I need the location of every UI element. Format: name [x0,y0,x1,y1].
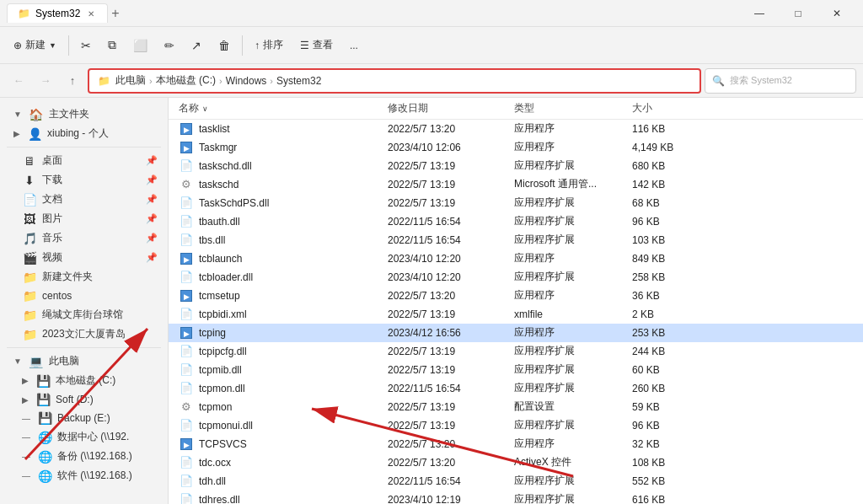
table-row[interactable]: 📄 tbs.dll 2022/11/5 16:54 应用程序扩展 103 KB [169,231,863,249]
sidebar-item-2023[interactable]: 📁 2023文汇大厦青岛 [3,324,164,344]
breadcrumb: 此电脑 › 本地磁盘 (C:) › Windows › System32 [115,73,321,88]
search-placeholder: 搜索 System32 [730,74,792,87]
table-row[interactable]: 📄 tdc.ocx 2022/5/7 13:20 ActiveX 控件 108 … [169,453,863,472]
new-tab-button[interactable]: + [111,6,119,21]
up-button[interactable]: ↑ [61,69,84,93]
table-row[interactable]: 📄 tcpmonui.dll 2022/5/7 13:19 应用程序扩展 96 … [169,416,863,435]
more-icon: ... [350,40,358,51]
file-icon: 📄 [179,475,194,487]
paste-button[interactable]: ⬜ [126,35,154,56]
copy-icon: ⧉ [108,38,116,52]
sidebar-item-desktop[interactable]: 🖥 桌面 📌 [3,151,164,170]
table-row[interactable]: 📄 tdh.dll 2022/11/5 16:54 应用程序扩展 552 KB [169,472,863,491]
sidebar-quick-access[interactable]: ▼ 🏠 主文件夹 [3,105,164,124]
table-row[interactable]: 📄 tcbloader.dll 2023/4/10 12:20 应用程序扩展 2… [169,268,863,287]
network-icon: 🌐 [37,450,52,464]
sidebar-item-music[interactable]: 🎵 音乐 📌 [3,228,164,248]
sidebar-item-pictures[interactable]: 🖼 图片 📌 [3,209,164,228]
col-date-header[interactable]: 修改日期 [388,101,514,115]
file-type: Microsoft 通用管... [514,177,632,191]
view-button[interactable]: ☰ 查看 [293,34,340,56]
crumb-system32[interactable]: System32 [276,75,321,87]
new-button[interactable]: ⊕ 新建 ▼ [7,34,63,56]
file-area: 名称 ∨ 修改日期 类型 大小 ▶ tasklist 2022/5/7 13:2… [169,98,863,504]
cut-icon: ✂ [81,39,91,52]
more-button[interactable]: ... [343,35,365,56]
col-size-header[interactable]: 大小 [632,101,708,115]
copy-button[interactable]: ⧉ [101,34,123,56]
file-date: 2023/4/10 12:19 [388,494,514,505]
file-icon: ▶ [179,437,194,450]
table-row[interactable]: 📄 TaskSchdPS.dll 2022/5/7 13:19 应用程序扩展 6… [169,194,863,212]
sidebar-item-shengheng[interactable]: 📁 绳城文库街台球馆 [3,305,164,324]
file-date: 2022/5/7 13:19 [388,346,514,357]
file-icon: ▶ [179,289,194,302]
table-row[interactable]: 📄 taskschd.dll 2022/5/7 13:19 应用程序扩展 680… [169,157,863,175]
table-row[interactable]: ▶ tasklist 2022/5/7 13:20 应用程序 116 KB [169,120,863,138]
sidebar-network-2[interactable]: — 🌐 备份 (\\192.168.) [3,447,164,466]
close-button[interactable]: ✕ [817,0,856,27]
crumb-windows[interactable]: Windows [226,75,267,87]
file-icon: 📄 [179,493,194,504]
sidebar-drive-d[interactable]: ▶ 💾 Soft (D:) [3,390,164,409]
file-size: 108 KB [632,457,708,469]
table-row[interactable]: ⚙ taskschd 2022/5/7 13:19 Microsoft 通用管.… [169,175,863,194]
sidebar-this-pc[interactable]: ▼ 💻 此电脑 [3,351,164,371]
file-size: 142 KB [632,179,708,190]
table-row[interactable]: ▶ TCPSVCS 2022/5/7 13:20 应用程序 32 KB [169,435,863,453]
tab-system32[interactable]: 📁 System32 ✕ [7,3,108,23]
sidebar-item-documents[interactable]: 📄 文档 📌 [3,190,164,209]
table-row[interactable]: 📄 tbauth.dll 2022/11/5 16:54 应用程序扩展 96 K… [169,212,863,231]
back-button[interactable]: ← [7,69,30,93]
new-dropdown-icon: ▼ [49,41,56,50]
address-bar-box[interactable]: 📁 此电脑 › 本地磁盘 (C:) › Windows › System32 [88,68,701,94]
folder-icon: 📁 [22,271,37,284]
file-type: ActiveX 控件 [514,455,632,469]
sort-icon: ↑ [255,40,260,51]
file-date: 2022/11/5 16:54 [388,234,514,246]
table-row[interactable]: 📄 tdhres.dll 2023/4/10 12:19 应用程序扩展 616 … [169,491,863,504]
minimize-button[interactable]: — [740,0,779,27]
table-row[interactable]: 📄 tcpmib.dll 2022/5/7 13:19 应用程序扩展 60 KB [169,361,863,379]
table-row[interactable]: 📄 tcpmon.dll 2022/11/5 16:54 应用程序扩展 260 … [169,379,863,398]
sidebar-item-videos[interactable]: 🎬 视频 📌 [3,248,164,267]
file-name: tcpmon [199,401,232,413]
sidebar-item-downloads[interactable]: ⬇ 下载 📌 [3,170,164,190]
file-date: 2022/5/7 13:19 [388,308,514,320]
file-size: 849 KB [632,253,708,265]
delete-button[interactable]: 🗑 [212,35,237,56]
table-row[interactable]: ▶ Taskmgr 2023/4/10 12:06 应用程序 4,149 KB [169,138,863,157]
col-name-header[interactable]: 名称 ∨ [169,101,388,115]
table-row[interactable]: 📄 tcpipcfg.dll 2022/5/7 13:19 应用程序扩展 244… [169,342,863,361]
sidebar-drive-c[interactable]: ▶ 💾 本地磁盘 (C:) [3,371,164,390]
sidebar-network-3[interactable]: — 🌐 软件 (\\192.168.) [3,466,164,485]
sort-button[interactable]: ↑ 排序 [248,34,290,56]
cut-button[interactable]: ✂ [74,35,98,56]
sidebar-drive-e[interactable]: — 💾 Backup (E:) [3,409,164,427]
crumb-pc[interactable]: 此电脑 [115,73,146,88]
computer-icon: 💻 [29,355,44,368]
share-button[interactable]: ↗ [185,35,208,56]
search-box[interactable]: 🔍 搜索 System32 [705,68,856,94]
rename-button[interactable]: ✏ [158,35,181,56]
sidebar-item-centos[interactable]: 📁 centos [3,287,164,305]
tab-close-button[interactable]: ✕ [85,8,97,19]
sidebar-network-1[interactable]: — 🌐 数据中心 (\\192. [3,427,164,447]
table-row[interactable]: ▶ tcping 2023/4/12 16:56 应用程序 253 KB [169,324,863,342]
crumb-c[interactable]: 本地磁盘 (C:) [156,73,216,88]
sidebar-user[interactable]: ▶ 👤 xiubing - 个人 [3,124,164,143]
sidebar-item-newfolder[interactable]: 📁 新建文件夹 [3,267,164,287]
table-row[interactable]: ⚙ tcpmon 2022/5/7 13:19 配置设置 59 KB [169,398,863,416]
table-row[interactable]: ▶ tcmsetup 2022/5/7 13:20 应用程序 36 KB [169,287,863,305]
file-date: 2023/4/10 12:20 [388,253,514,265]
file-icon: 📄 [179,308,194,320]
file-type: 应用程序扩展 [514,196,632,210]
crumb-sep-1: › [149,76,153,86]
pictures-icon: 🖼 [22,212,37,226]
forward-button[interactable]: → [34,69,57,93]
table-row[interactable]: 📄 tcpbidi.xml 2022/5/7 13:19 xmlfile 2 K… [169,305,863,324]
maximize-button[interactable]: □ [779,0,817,27]
crumb-sep-3: › [270,76,273,86]
table-row[interactable]: ▶ tcblaunch 2023/4/10 12:20 应用程序 849 KB [169,249,863,268]
col-type-header[interactable]: 类型 [514,101,632,115]
